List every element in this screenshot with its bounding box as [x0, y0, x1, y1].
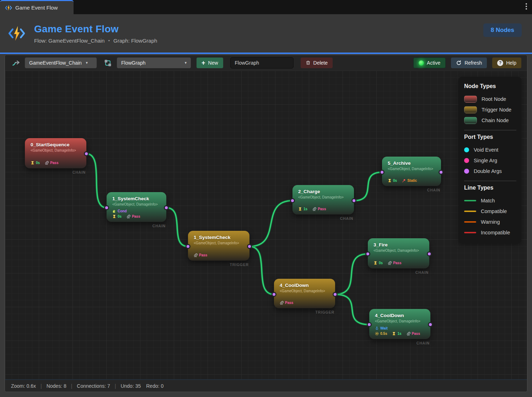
- node-subtitle: <GameObject, DamageInfo>: [298, 195, 349, 199]
- active-status-button[interactable]: Active: [413, 58, 446, 68]
- legend-item: Root Node: [464, 94, 516, 104]
- graph-node-2_charge: 2_Charge<GameObject, DamageInfo>1sPassCH…: [292, 185, 354, 221]
- port-double-args[interactable]: [84, 151, 89, 156]
- badge-row: 1sPass: [298, 207, 349, 211]
- node-box[interactable]: 4_CoolDown<GameObject, DamageInfo>Wait0.…: [369, 309, 430, 339]
- chevron-down-icon: ▼: [85, 61, 88, 65]
- connection-line[interactable]: [166, 208, 188, 246]
- connection-line-halo: [166, 208, 188, 246]
- port-double-args[interactable]: [272, 292, 276, 297]
- node-title: 0_StartSequence: [31, 142, 81, 147]
- paperclip-icon: [407, 332, 410, 336]
- delete-button[interactable]: Delete: [301, 58, 333, 68]
- badge-row: 0sStatic: [388, 179, 436, 183]
- legend-item: Chain Node: [464, 115, 516, 126]
- paperclip-icon: [127, 214, 130, 218]
- port-double-args[interactable]: [428, 322, 433, 327]
- graph-canvas[interactable]: Node Types Root NodeTrigger NodeChain No…: [5, 71, 527, 379]
- node-kind-label: CHAIN: [368, 270, 429, 274]
- tab-game-event-flow[interactable]: Game Event Flow: [0, 0, 74, 14]
- node-box[interactable]: 4_CoolDown<GameObject, DamageInfo>Pass: [274, 279, 335, 308]
- trash-icon: [306, 60, 311, 65]
- legend-item-label: Single Arg: [474, 158, 497, 163]
- hierarchy-icon: [104, 59, 112, 67]
- connection-line-halo: [335, 254, 368, 294]
- port-double-args[interactable]: [247, 244, 252, 249]
- connection-line[interactable]: [86, 154, 107, 208]
- help-button[interactable]: ? Help: [492, 58, 521, 68]
- node-type-swatch: [464, 117, 477, 124]
- port-double-args[interactable]: [290, 198, 295, 203]
- node-box[interactable]: 2_Charge<GameObject, DamageInfo>1sPass: [292, 185, 354, 214]
- page-header: Game Event Flow Flow: GameEventFlow_Chai…: [0, 14, 532, 53]
- paperclip-icon: [194, 253, 198, 257]
- port-double-args[interactable]: [427, 251, 432, 256]
- port-double-args[interactable]: [380, 170, 385, 175]
- page-title: Game Event Flow: [34, 23, 157, 35]
- port-double-args[interactable]: [367, 322, 372, 327]
- node-subtitle: <GameObject, DamageInfo>: [388, 167, 436, 171]
- node-box[interactable]: 1_SystemCheck<GameObject, DamageInfo>Pas…: [188, 231, 249, 261]
- legend-item: Single Arg: [464, 155, 516, 166]
- legend-item-label: Trigger Node: [482, 107, 511, 113]
- connection-line[interactable]: [335, 254, 368, 294]
- connection-line[interactable]: [249, 246, 274, 294]
- node-type-swatch: [464, 96, 477, 103]
- graph-node-1_systemcheck: 1_SystemCheck<GameObject, DamageInfo>Pas…: [188, 231, 249, 267]
- port-double-args[interactable]: [351, 198, 356, 203]
- node-box[interactable]: 1_SystemCheck<GameObject, DamageInfo>Con…: [107, 192, 166, 222]
- graph-node-5_archive: 5_Archive<GameObject, DamageInfo>0sStati…: [382, 157, 441, 192]
- node-subtitle: <GameObject, DamageInfo>: [112, 202, 161, 206]
- node-badge-1s: 1s: [298, 207, 307, 211]
- node-badge-wait: Wait: [375, 326, 388, 330]
- port-double-args[interactable]: [104, 205, 109, 210]
- flow-name-label: Flow: GameEventFlow_Chain: [34, 38, 104, 44]
- legend-item: Compatible: [464, 206, 516, 217]
- pushpin-icon: [402, 179, 406, 183]
- node-badges: Pass: [280, 301, 330, 305]
- port-double-args[interactable]: [439, 170, 444, 175]
- status-bar: Zoom: 0.6x | Nodes: 8 | Connections: 7 |…: [5, 379, 527, 392]
- new-button[interactable]: + New: [197, 58, 223, 68]
- port-type-dot-icon: [464, 147, 469, 152]
- node-box[interactable]: 0_StartSequence<GameObject, DamageInfo>0…: [25, 138, 86, 168]
- paperclip-icon: [280, 301, 284, 305]
- port-double-args[interactable]: [333, 292, 338, 297]
- connection-line[interactable]: [354, 172, 382, 201]
- node-box[interactable]: 3_Fire<GameObject, DamageInfo>0sPass: [368, 238, 429, 268]
- kebab-menu-icon[interactable]: [526, 3, 527, 10]
- badge-label: 0s: [379, 261, 383, 265]
- node-title: 4_CoolDown: [280, 283, 330, 288]
- graph-name-input[interactable]: [230, 57, 294, 69]
- port-double-args[interactable]: [365, 251, 370, 256]
- legend-line-types-list: MatchCompatibleWarningIncompatible: [464, 195, 516, 238]
- port-double-args[interactable]: [186, 244, 190, 249]
- flow-select[interactable]: GameEventFlow_Chain ▼: [25, 58, 97, 68]
- refresh-button[interactable]: Refresh: [451, 58, 487, 68]
- graph-select[interactable]: FlowGraph ▼: [117, 58, 191, 68]
- status-nodes: Nodes: 8: [47, 383, 66, 389]
- node-title: 5_Archive: [388, 161, 436, 166]
- connection-line[interactable]: [335, 294, 369, 325]
- graph-select-value: FlowGraph: [121, 60, 145, 66]
- node-box[interactable]: 5_Archive<GameObject, DamageInfo>0sStati…: [382, 157, 441, 186]
- status-undo: Undo: 35: [120, 383, 141, 389]
- badge-row: Wait: [375, 326, 425, 330]
- node-badge-static: Static: [402, 179, 417, 183]
- node-kind-label: TRIGGER: [188, 262, 249, 267]
- connection-line[interactable]: [249, 201, 292, 246]
- badge-label: 1s: [397, 332, 401, 336]
- legend-panel: Node Types Root NodeTrigger NodeChain No…: [458, 77, 521, 244]
- node-badges: Cond0sPass: [112, 209, 161, 218]
- node-kind-label: CHAIN: [107, 224, 166, 228]
- connection-line-halo: [335, 294, 369, 325]
- status-redo: Redo: 0: [146, 383, 163, 389]
- app-logo-icon: [8, 25, 26, 42]
- node-badge-1s: 1s: [392, 332, 401, 336]
- legend-item: Double Args: [464, 166, 516, 176]
- legend-line-types-title: Line Types: [464, 185, 516, 191]
- line-type-swatch: [464, 221, 476, 223]
- node-badge-0.5s: 0.5s: [375, 332, 387, 336]
- port-double-args[interactable]: [164, 205, 169, 210]
- legend-node-types-title: Node Types: [464, 83, 516, 89]
